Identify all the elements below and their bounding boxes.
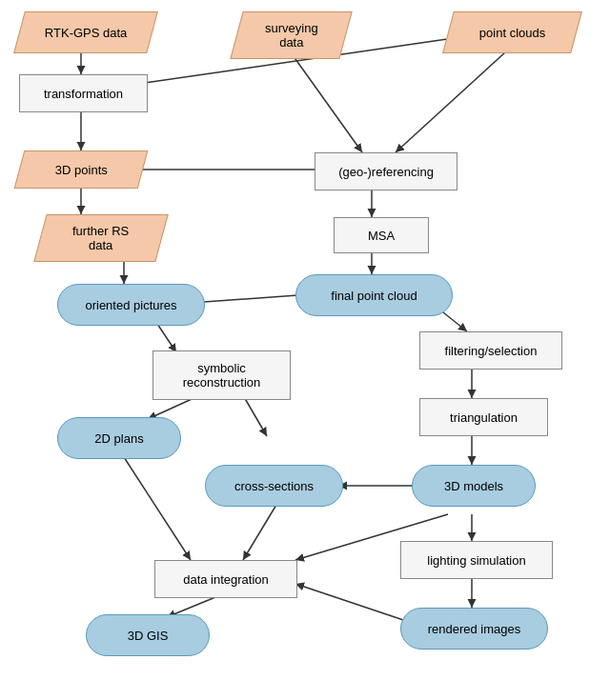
transformation-node: transformation — [19, 74, 148, 112]
triangulation-node: triangulation — [419, 398, 548, 436]
3d-models-label: 3D models — [444, 479, 503, 493]
diagram: RTK-GPS data surveyingdata point clouds … — [0, 0, 610, 700]
svg-line-22 — [124, 457, 191, 560]
symbolic-reconstruction-label: symbolicreconstruction — [183, 361, 261, 390]
msa-label: MSA — [368, 229, 395, 243]
3d-models-node: 3D models — [412, 465, 536, 507]
svg-line-3 — [396, 52, 505, 152]
3d-gis-node: 3D GIS — [86, 614, 210, 656]
point-clouds-node: point clouds — [442, 11, 582, 53]
lighting-simulation-node: lighting simulation — [400, 541, 553, 579]
cross-sections-node: cross-sections — [205, 465, 343, 507]
point-clouds-label: point clouds — [479, 26, 545, 40]
3d-points-label: 3D points — [55, 163, 108, 177]
further-rs-label: further RSdata — [72, 224, 129, 252]
rendered-images-node: rendered images — [400, 608, 548, 650]
symbolic-reconstruction-node: symbolicreconstruction — [152, 350, 291, 400]
data-integration-label: data integration — [183, 572, 269, 587]
filtering-selection-label: filtering/selection — [445, 344, 538, 358]
rtk-gps-node: RTK-GPS data — [13, 11, 158, 53]
2d-plans-label: 2D plans — [94, 431, 143, 446]
rtk-gps-label: RTK-GPS data — [45, 26, 127, 40]
oriented-pictures-node: oriented pictures — [57, 284, 205, 326]
geo-ref-label: (geo-)referencing — [338, 165, 434, 179]
final-point-cloud-node: final point cloud — [295, 274, 453, 316]
geo-ref-node: (geo-)referencing — [315, 152, 458, 190]
surveying-label: surveyingdata — [265, 21, 318, 50]
triangulation-label: triangulation — [450, 410, 518, 425]
3d-gis-label: 3D GIS — [128, 629, 169, 643]
cross-sections-label: cross-sections — [234, 479, 314, 493]
svg-line-23 — [243, 505, 276, 560]
filtering-selection-node: filtering/selection — [419, 331, 562, 370]
svg-line-2 — [291, 52, 362, 152]
msa-node: MSA — [334, 217, 429, 253]
rendered-images-label: rendered images — [428, 622, 521, 636]
lighting-simulation-label: lighting simulation — [427, 553, 525, 568]
further-rs-node: further RSdata — [33, 214, 168, 262]
2d-plans-node: 2D plans — [57, 417, 181, 459]
surveying-node: surveyingdata — [230, 11, 352, 59]
svg-line-15 — [243, 395, 267, 436]
3d-points-node: 3D points — [14, 150, 149, 189]
data-integration-node: data integration — [154, 560, 297, 598]
final-point-cloud-label: final point cloud — [331, 289, 417, 303]
oriented-pictures-label: oriented pictures — [85, 298, 176, 312]
transformation-label: transformation — [44, 87, 123, 101]
